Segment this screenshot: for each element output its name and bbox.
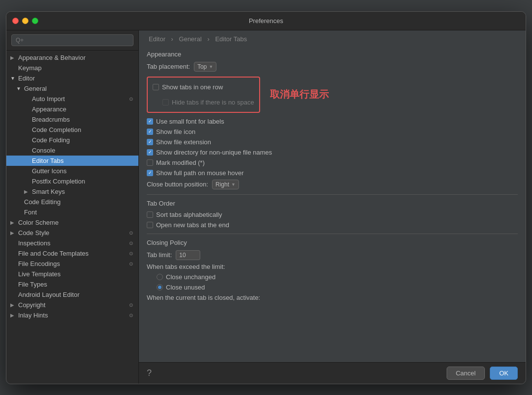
sidebar-item-auto-import[interactable]: Auto Import ⊙	[6, 94, 138, 104]
sidebar-item-font[interactable]: Font	[6, 207, 138, 217]
tab-limit-label: Tab limit:	[147, 251, 172, 259]
show-file-extension-text: Show file extension	[156, 138, 211, 146]
close-unused-label[interactable]: Close unused	[157, 284, 205, 291]
close-unchanged-label[interactable]: Close unchanged	[157, 273, 215, 281]
show-file-icon-checkbox[interactable]	[147, 129, 153, 135]
sidebar-item-label: Font	[24, 209, 134, 216]
preferences-window: Preferences ▶ Appearance & Behavior Keym…	[6, 11, 526, 384]
use-small-font-label[interactable]: Use small font for labels	[147, 118, 224, 125]
minimize-button[interactable]	[22, 18, 28, 24]
sidebar-item-code-style[interactable]: ▶ Code Style ⊙	[6, 228, 138, 238]
sidebar-item-keymap[interactable]: Keymap	[6, 63, 138, 73]
show-file-extension-label[interactable]: Show file extension	[147, 138, 211, 146]
sidebar-item-breadcrumbs[interactable]: Breadcrumbs	[6, 114, 138, 125]
hide-tabs-no-space-checkbox[interactable]	[162, 99, 169, 105]
appearance-section-label: Appearance	[147, 51, 518, 58]
show-directory-row: Show directory for non-unique file names	[147, 149, 518, 156]
mark-modified-label[interactable]: Mark modified (*)	[147, 159, 205, 166]
sidebar-item-label: Color Scheme	[18, 219, 134, 226]
sidebar-item-copyright[interactable]: ▶ Copyright ⊙	[6, 300, 138, 310]
arrow-icon: ▶	[10, 230, 18, 236]
arrow-icon: ▶	[24, 189, 32, 194]
breadcrumb-separator: ›	[207, 35, 211, 43]
divider	[147, 194, 518, 195]
tab-placement-select[interactable]: Top ▼	[194, 62, 216, 72]
close-button-select[interactable]: Right ▼	[212, 180, 239, 189]
cancel-button[interactable]: Cancel	[447, 367, 485, 380]
sort-tabs-alpha-checkbox[interactable]	[147, 211, 153, 218]
window-title: Preferences	[249, 17, 283, 25]
footer: ? Cancel OK	[139, 362, 526, 384]
sidebar-item-gutter-icons[interactable]: Gutter Icons	[6, 166, 138, 176]
hide-tabs-no-space-label[interactable]: Hide tabs if there is no space	[162, 99, 254, 106]
show-file-icon-label[interactable]: Show file icon	[147, 128, 195, 135]
tab-placement-label: Tab placement:	[147, 63, 190, 70]
sidebar-item-label: Inlay Hints	[18, 312, 128, 319]
use-small-font-checkbox[interactable]	[147, 118, 153, 125]
sidebar-item-label: Live Templates	[18, 270, 134, 278]
close-unchanged-text: Close unchanged	[166, 273, 215, 281]
sidebar-item-label: General	[24, 85, 134, 92]
when-tabs-exceed-label: When tabs exceed the limit:	[147, 263, 225, 270]
close-unused-radio[interactable]	[157, 284, 163, 290]
sidebar-item-inlay-hints[interactable]: ▶ Inlay Hints ⊙	[6, 310, 138, 320]
sidebar-item-code-folding[interactable]: Code Folding	[6, 135, 138, 145]
chevron-down-icon: ▼	[209, 64, 213, 69]
sidebar-item-label: Copyright	[18, 301, 128, 309]
sidebar-item-appearance-behavior[interactable]: ▶ Appearance & Behavior	[6, 53, 138, 63]
show-tabs-one-row-checkbox[interactable]	[153, 84, 159, 90]
open-new-tabs-checkbox[interactable]	[147, 222, 153, 228]
sidebar-item-editor[interactable]: ▼ Editor	[6, 73, 138, 83]
badge-icon: ⊙	[128, 301, 134, 308]
help-button[interactable]: ?	[147, 368, 152, 378]
close-button-label: Close button position:	[147, 181, 208, 188]
show-tabs-one-row-row: Show tabs in one row	[153, 83, 254, 91]
sidebar-item-editor-tabs[interactable]: Editor Tabs	[6, 156, 138, 166]
show-directory-checkbox[interactable]	[147, 149, 153, 156]
sidebar-item-label: Editor Tabs	[32, 157, 134, 164]
show-full-path-label[interactable]: Show full path on mouse hover	[147, 169, 244, 177]
sidebar-item-smart-keys[interactable]: ▶ Smart Keys	[6, 186, 138, 197]
search-input[interactable]	[11, 34, 133, 46]
sidebar-item-code-editing[interactable]: Code Editing	[6, 197, 138, 207]
sidebar-item-inspections[interactable]: Inspections ⊙	[6, 238, 138, 248]
sidebar-item-file-types[interactable]: File Types	[6, 279, 138, 290]
when-current-closed-row: When the current tab is closed, activate…	[147, 294, 518, 301]
sidebar-item-live-templates[interactable]: Live Templates	[6, 269, 138, 279]
sort-tabs-alpha-label[interactable]: Sort tabs alphabetically	[147, 211, 222, 218]
mark-modified-checkbox[interactable]	[147, 159, 153, 166]
close-unchanged-radio[interactable]	[157, 274, 163, 280]
close-button[interactable]	[12, 18, 19, 24]
maximize-button[interactable]	[32, 18, 38, 24]
sidebar-item-color-scheme[interactable]: ▶ Color Scheme	[6, 217, 138, 228]
tab-limit-input[interactable]	[176, 250, 200, 260]
show-full-path-checkbox[interactable]	[147, 170, 153, 176]
sidebar-item-console[interactable]: Console	[6, 145, 138, 156]
ok-button[interactable]: OK	[490, 367, 518, 380]
annotation-row: Show tabs in one row Hide tabs if there …	[147, 75, 518, 115]
main-panel: Editor › General › Editor Tabs Appearanc…	[139, 30, 526, 384]
sidebar-item-postfix-completion[interactable]: Postfix Completion	[6, 176, 138, 186]
badge-icon: ⊙	[128, 229, 134, 236]
arrow-icon: ▼	[16, 86, 24, 91]
sidebar-item-code-completion[interactable]: Code Completion	[6, 125, 138, 135]
show-tabs-one-row-label[interactable]: Show tabs in one row	[153, 83, 223, 91]
open-new-tabs-label[interactable]: Open new tabs at the end	[147, 221, 229, 229]
show-directory-label[interactable]: Show directory for non-unique file names	[147, 149, 272, 156]
sidebar-item-file-encodings[interactable]: File Encodings ⊙	[6, 259, 138, 269]
sidebar-item-general[interactable]: ▼ General	[6, 83, 138, 94]
divider2	[147, 234, 518, 234]
sidebar-item-label: Appearance	[32, 105, 134, 113]
when-current-closed-label: When the current tab is closed, activate…	[147, 294, 260, 301]
show-file-extension-checkbox[interactable]	[147, 139, 153, 145]
sidebar-item-file-code-templates[interactable]: File and Code Templates ⊙	[6, 248, 138, 259]
sidebar-item-appearance[interactable]: Appearance	[6, 104, 138, 114]
sidebar-item-android-layout-editor[interactable]: Android Layout Editor	[6, 290, 138, 300]
highlighted-box: Show tabs in one row Hide tabs if there …	[147, 77, 260, 113]
annotation-label: 取消单行显示	[270, 88, 329, 101]
search-box	[6, 30, 138, 51]
close-unchanged-row: Close unchanged	[147, 273, 518, 281]
sidebar-item-label: Editor	[18, 75, 134, 82]
main-content: ▶ Appearance & Behavior Keymap ▼ Editor …	[6, 30, 526, 384]
closing-policy-section-label: Closing Policy	[147, 239, 518, 246]
